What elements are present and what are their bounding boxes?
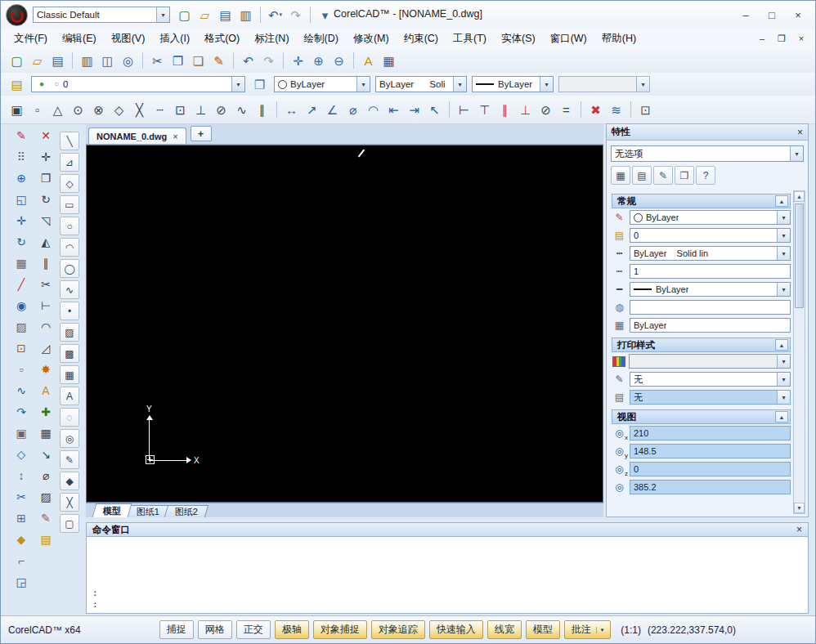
hatch-pattern-icon[interactable]: ▨	[11, 317, 31, 336]
sheet-tab-model[interactable]: 模型	[92, 503, 132, 517]
erase-icon[interactable]: ╱	[11, 275, 31, 293]
freehand-icon[interactable]: ✎	[60, 450, 79, 469]
open-icon[interactable]: ▱	[195, 6, 214, 25]
edit-properties-button[interactable]: ✎	[653, 166, 673, 185]
toggle-polar[interactable]: 极轴	[275, 620, 309, 639]
polygon-icon[interactable]: ◇	[60, 174, 79, 193]
menu-format[interactable]: 格式(O)	[198, 29, 246, 48]
view-center-x-field[interactable]: 210	[630, 426, 791, 441]
collapse-icon[interactable]: ▲	[775, 339, 788, 351]
menu-solids[interactable]: 实体(S)	[495, 29, 542, 48]
collapse-icon[interactable]: ▲	[775, 195, 788, 207]
corner-icon[interactable]: ⌐	[11, 551, 31, 570]
drawing-canvas[interactable]: Y X	[86, 145, 603, 503]
sketch-icon[interactable]: ✎	[11, 126, 31, 145]
help-button[interactable]: ?	[696, 166, 715, 185]
menu-tools[interactable]: 工具(T)	[446, 29, 493, 48]
text-icon[interactable]: A	[36, 381, 56, 400]
layer-states-icon[interactable]: ❐	[250, 75, 269, 94]
dim-radius-icon[interactable]: ◠	[364, 101, 383, 119]
copy-icon[interactable]: ❐	[168, 51, 187, 70]
pan-view-icon[interactable]: ✛	[11, 211, 31, 230]
resize-icon[interactable]: ◲	[11, 572, 31, 591]
linestyle-field[interactable]: ByLayer Solid lin▾	[630, 246, 791, 261]
layer-select[interactable]: ●○ 0 ▾	[31, 76, 245, 92]
region-icon[interactable]: ▩	[60, 344, 79, 363]
toggle-etrack[interactable]: 对象追踪	[371, 620, 425, 639]
constraint-equal-icon[interactable]: =	[557, 101, 576, 119]
selection-filter-select[interactable]: 无选项 ▾	[611, 145, 804, 162]
revision-cloud-icon[interactable]: ◌	[60, 408, 79, 427]
chamfer-icon[interactable]: ◿	[36, 338, 56, 357]
fillet-icon[interactable]: ◠	[36, 317, 56, 336]
menu-insert[interactable]: 插入(I)	[153, 29, 196, 48]
section-print-style[interactable]: 打印样式▲	[612, 338, 791, 352]
toolbar-options-icon[interactable]: ▾	[316, 6, 334, 25]
solid-fill-icon[interactable]: ◆	[11, 530, 31, 548]
construction-line-icon[interactable]: ╳	[60, 493, 79, 512]
doc-minimize-button[interactable]: –	[755, 33, 769, 45]
toggle-model[interactable]: 模型	[526, 620, 560, 639]
pan-icon[interactable]: ✛	[289, 51, 307, 70]
annotation-styles-icon[interactable]: A	[359, 51, 378, 70]
line-color-select[interactable]: ByLayer ▾	[274, 76, 370, 92]
stretch-vertical-icon[interactable]: ↕	[11, 466, 31, 485]
spline-icon[interactable]: ∿	[60, 280, 79, 299]
minimize-button[interactable]: –	[733, 7, 758, 23]
transparency-field[interactable]	[630, 300, 791, 315]
menu-draw[interactable]: 绘制(D)	[298, 29, 345, 48]
menu-modify[interactable]: 修改(M)	[347, 29, 396, 48]
layer-tools-icon[interactable]: ▤	[36, 530, 56, 548]
table-style-icon[interactable]: ▦	[379, 51, 398, 70]
doc-restore-button[interactable]: ❐	[774, 33, 789, 45]
property-painter-icon[interactable]: ✎	[36, 508, 56, 527]
constraint-show-icon[interactable]: ≋	[607, 101, 625, 119]
measure-icon[interactable]: ⌀	[36, 466, 56, 485]
circle-icon[interactable]: ○	[60, 217, 79, 235]
layer-on-icon[interactable]: ●	[35, 78, 48, 91]
grid-display-icon[interactable]: ▦	[11, 253, 31, 272]
menu-dimension[interactable]: 标注(N)	[248, 29, 295, 48]
dim-continue-icon[interactable]: ⇥	[405, 101, 424, 119]
rectangle-icon[interactable]: ▭	[60, 195, 79, 214]
delete-icon[interactable]: ✕	[36, 126, 56, 145]
redo-path-icon[interactable]: ↷	[11, 402, 31, 421]
app-logo-icon[interactable]	[6, 4, 28, 26]
toggle-annotation-dropdown[interactable]: ▾	[596, 627, 604, 633]
toggle-snap[interactable]: 捕捉	[159, 620, 194, 639]
wipeout-icon[interactable]: ▢	[60, 514, 79, 533]
boundary-icon[interactable]: ▫	[11, 360, 31, 378]
dropdown-arrow-icon[interactable]: ▾	[156, 7, 169, 22]
snap-center-icon[interactable]: ⊙	[69, 101, 87, 119]
print-icon[interactable]: ▥	[236, 6, 255, 25]
dropdown-arrow-icon[interactable]: ▾	[453, 77, 466, 92]
insert-block-icon[interactable]: ✚	[36, 402, 56, 421]
menu-view[interactable]: 视图(V)	[105, 29, 152, 48]
arc-icon[interactable]: ◠	[60, 238, 79, 257]
plot-style-field[interactable]: ByLayer	[630, 318, 791, 333]
toggle-esnap[interactable]: 对象捕捉	[313, 620, 367, 639]
view-width-field[interactable]: 385.2	[630, 480, 791, 494]
rotate-icon[interactable]: ↻	[36, 190, 56, 208]
dropdown-arrow-icon[interactable]: ▾	[777, 211, 790, 224]
dim-aligned-icon[interactable]: ↗	[303, 101, 321, 119]
menu-help[interactable]: 帮助(H)	[595, 29, 643, 48]
table-icon[interactable]: ▦	[60, 365, 79, 384]
undo-icon[interactable]: ↶▾	[266, 6, 285, 25]
move-icon[interactable]: ✛	[36, 147, 56, 166]
dropdown-arrow-icon[interactable]: ▾	[777, 229, 790, 242]
toggle-ortho[interactable]: 正交	[236, 620, 271, 639]
spline-edit-icon[interactable]: ∿	[11, 381, 31, 400]
hatch-edit-icon[interactable]: ▨	[36, 487, 56, 506]
toggle-annotation[interactable]: 批注▾	[564, 620, 612, 639]
toggle-grid[interactable]: 网格	[198, 620, 232, 639]
lineweight-field[interactable]: ByLayer▾	[630, 282, 791, 297]
constraint-delete-icon[interactable]: ✖	[586, 101, 605, 119]
collapse-icon[interactable]: ▲	[775, 411, 788, 423]
save-icon[interactable]: ▤	[216, 6, 235, 25]
center-mark-icon[interactable]: ◉	[11, 296, 31, 315]
workspace-select[interactable]: Classic Default ▾	[33, 7, 170, 23]
snap-endpoint-icon[interactable]: ▫	[28, 101, 47, 119]
find-icon[interactable]: ◎	[119, 51, 137, 70]
undo-icon[interactable]: ↶	[239, 51, 258, 70]
